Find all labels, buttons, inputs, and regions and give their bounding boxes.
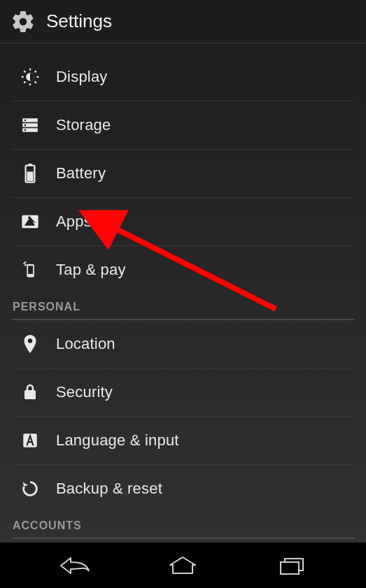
settings-list[interactable]: Display Storage: [0, 43, 366, 543]
backup-icon: [20, 478, 41, 499]
svg-line-5: [24, 71, 25, 72]
home-icon: [167, 555, 198, 576]
settings-item-battery[interactable]: Battery: [0, 150, 366, 197]
svg-point-13: [24, 124, 27, 127]
settings-item-label: Location: [56, 335, 115, 353]
settings-item-label: Language & input: [56, 431, 179, 450]
settings-item-tap-pay[interactable]: Tap & pay: [0, 246, 366, 294]
apps-icon: [20, 211, 41, 232]
svg-line-6: [35, 82, 36, 83]
gear-icon: [10, 8, 36, 35]
section-header-accounts: ACCOUNTS: [0, 512, 366, 538]
settings-item-label: Tap & pay: [56, 261, 126, 279]
nav-home-button[interactable]: [155, 550, 211, 581]
settings-item-language[interactable]: Language & input: [0, 417, 366, 464]
settings-item-apps[interactable]: Apps: [0, 198, 366, 245]
back-icon: [58, 555, 92, 576]
svg-rect-17: [27, 171, 34, 180]
tap-pay-icon: [20, 259, 41, 280]
svg-point-14: [24, 129, 27, 131]
page-title: Settings: [46, 10, 112, 32]
svg-rect-20: [28, 266, 33, 274]
app-header: Settings: [0, 0, 366, 43]
nav-bar: [0, 543, 366, 588]
settings-item-label: Security: [56, 383, 113, 401]
settings-item-label: Battery: [56, 164, 106, 182]
section-header-personal: PERSONAL: [0, 294, 366, 319]
settings-item-label: Display: [56, 68, 108, 86]
section-divider: [11, 538, 355, 539]
settings-item-label: Backup & reset: [56, 480, 162, 498]
svg-line-7: [24, 82, 25, 83]
svg-point-21: [28, 338, 32, 343]
settings-item-display[interactable]: Display: [0, 53, 366, 101]
svg-point-12: [24, 120, 27, 122]
svg-rect-25: [281, 562, 299, 574]
battery-icon: [20, 163, 41, 184]
settings-item-label: Apps: [56, 213, 92, 231]
lock-icon: [20, 382, 41, 403]
settings-item-backup[interactable]: Backup & reset: [0, 465, 366, 512]
settings-item-label: Storage: [56, 116, 111, 134]
display-icon: [20, 66, 41, 87]
settings-item-storage[interactable]: Storage: [0, 101, 366, 149]
storage-icon: [20, 115, 41, 136]
recent-apps-icon: [276, 555, 306, 576]
settings-item-security[interactable]: Security: [0, 368, 366, 416]
svg-rect-22: [24, 390, 36, 399]
settings-item-location[interactable]: Location: [0, 320, 366, 368]
language-icon: [20, 430, 41, 451]
location-icon: [20, 334, 41, 354]
svg-rect-16: [28, 164, 31, 166]
svg-line-8: [35, 71, 36, 72]
settings-screen: Settings: [0, 0, 366, 588]
nav-recent-button[interactable]: [263, 550, 319, 581]
nav-back-button[interactable]: [47, 550, 103, 581]
